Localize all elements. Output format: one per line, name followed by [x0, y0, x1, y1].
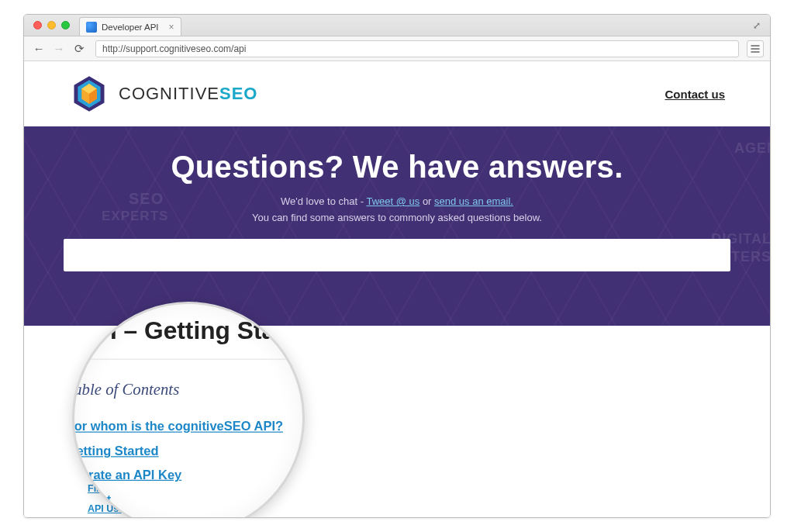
nav-bar: ← → ⟳ http://support.cognitiveseo.com/ap…: [24, 36, 770, 61]
browser-tab[interactable]: Developer API ×: [79, 17, 181, 36]
maximize-window-button[interactable]: [61, 21, 70, 29]
hero-title: Questions? We have answers.: [55, 150, 739, 185]
fullscreen-icon[interactable]: ⤢: [753, 20, 762, 29]
logo-mark-icon: [69, 74, 109, 114]
hamburger-icon: [751, 44, 760, 54]
bg-text: AGEN: [734, 140, 770, 157]
close-window-button[interactable]: [33, 21, 42, 29]
search-input[interactable]: [64, 239, 730, 271]
tab-strip: Developer API × ⤢: [24, 15, 770, 36]
toc-link[interactable]: Getting Started: [72, 444, 159, 458]
forward-button[interactable]: →: [50, 40, 67, 57]
close-tab-icon[interactable]: ×: [169, 22, 174, 33]
tab-title: Developer API: [102, 22, 159, 32]
browser-window: Developer API × ⤢ ← → ⟳ http://support.c…: [23, 14, 771, 518]
back-button[interactable]: ←: [30, 40, 47, 57]
hero-banner: SEO EXPERTS AGEN DIGITAL KETERS Question…: [24, 126, 770, 326]
bg-text: SEO: [129, 190, 164, 208]
table-of-contents: For whom is the cognitiveSEO API? Gettin…: [72, 415, 305, 512]
bg-text: KETERS: [710, 249, 770, 265]
tweet-link[interactable]: Tweet @ us: [366, 195, 419, 207]
reload-button[interactable]: ⟳: [71, 40, 88, 57]
window-controls: [30, 15, 74, 36]
page-viewport: COGNITIVESEO Contact us SEO EXPERTS AGEN…: [24, 61, 770, 517]
contact-us-link[interactable]: Contact us: [665, 88, 725, 101]
brand-name: COGNITIVESEO: [119, 84, 257, 104]
email-link[interactable]: send us an email.: [434, 195, 513, 207]
url-text: http://support.cognitiveseo.com/api: [102, 43, 246, 54]
site-header: COGNITIVESEO Contact us: [24, 61, 770, 126]
minimize-window-button[interactable]: [47, 21, 56, 29]
favicon-icon: [86, 22, 97, 33]
brand-logo[interactable]: COGNITIVESEO: [69, 74, 257, 114]
toc-heading: Table of Contents: [72, 381, 305, 399]
url-bar[interactable]: http://support.cognitiveseo.com/api: [95, 40, 739, 57]
browser-menu-button[interactable]: [747, 40, 764, 57]
bg-text: EXPERTS: [102, 209, 168, 224]
bg-text: DIGITAL: [711, 231, 770, 247]
toc-link[interactable]: For whom is the cognitiveSEO API?: [72, 420, 283, 434]
